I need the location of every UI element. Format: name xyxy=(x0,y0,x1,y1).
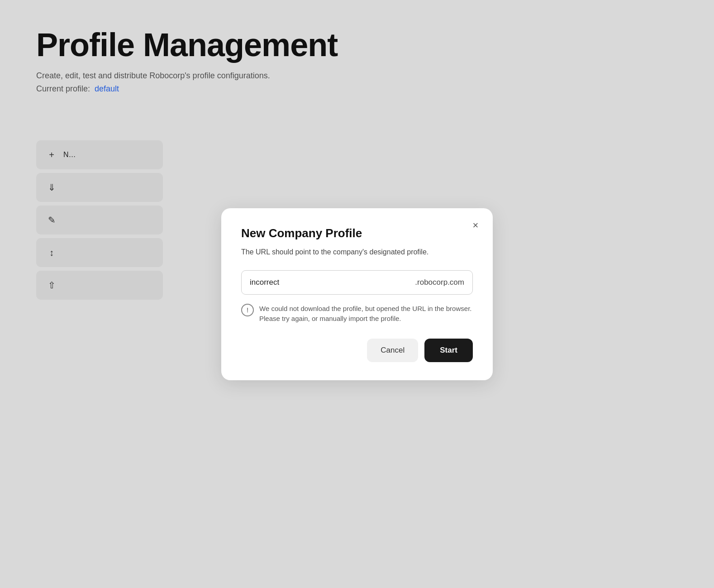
modal-description: The URL should point to the company's de… xyxy=(241,247,473,258)
modal-close-button[interactable]: × xyxy=(467,217,484,234)
url-input[interactable] xyxy=(242,271,415,294)
modal-dialog: × New Company Profile The URL should poi… xyxy=(221,208,493,380)
start-button[interactable]: Start xyxy=(424,339,473,362)
error-row: ! We could not download the profile, but… xyxy=(241,304,473,324)
page-background: Profile Management Create, edit, test an… xyxy=(0,0,714,588)
modal-title: New Company Profile xyxy=(241,226,473,240)
error-message: We could not download the profile, but o… xyxy=(259,304,473,324)
modal-actions: Cancel Start xyxy=(241,339,473,362)
warning-icon: ! xyxy=(241,304,254,316)
url-input-row: .robocorp.com xyxy=(241,270,473,295)
url-suffix: .robocorp.com xyxy=(415,271,472,294)
cancel-button[interactable]: Cancel xyxy=(367,339,418,362)
modal-overlay: × New Company Profile The URL should poi… xyxy=(0,0,714,588)
